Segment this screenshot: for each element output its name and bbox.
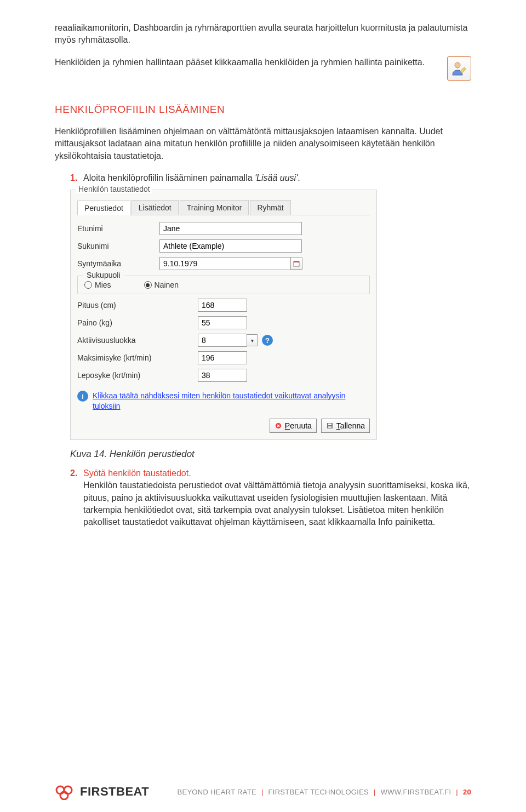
close-icon [275, 422, 282, 430]
step-2-title: Syötä henkilön taustatiedot. [83, 468, 191, 478]
activity-input[interactable] [198, 334, 247, 347]
brand-logo: FIRSTBEAT [55, 784, 149, 800]
tab-lisatiedot[interactable]: Lisätiedot [132, 200, 179, 215]
section-heading: HENKILÖPROFIILIN LISÄÄMINEN [55, 104, 471, 116]
step-number: 1. [70, 172, 83, 184]
brand-text: FIRSTBEAT [80, 785, 149, 799]
firstname-input[interactable] [159, 222, 302, 235]
step-number: 2. [70, 467, 83, 529]
tab-training-monitor[interactable]: Training Monitor [180, 200, 249, 215]
dob-input[interactable] [159, 257, 291, 270]
info-icon: i [77, 391, 88, 402]
radio-female-label: Nainen [155, 281, 179, 289]
save-label: Tallenna [336, 421, 365, 430]
page-number: 20 [463, 788, 471, 796]
tab-ryhmat[interactable]: Ryhmät [250, 200, 290, 215]
figure-caption: Kuva 14. Henkilön perustiedot [70, 449, 471, 460]
footer-url: WWW.FIRSTBEAT.FI [381, 788, 451, 796]
radio-icon [84, 281, 92, 289]
profile-dialog: Henkilön taustatiedot Perustiedot Lisäti… [70, 190, 471, 439]
cancel-button[interactable]: Peruuta [270, 419, 317, 433]
dob-label: Syntymäaika [77, 259, 159, 268]
radio-male-label: Mies [95, 281, 111, 289]
save-icon [326, 422, 334, 430]
weight-label: Paino (kg) [77, 318, 198, 327]
activity-label: Aktiivisuusluokka [77, 336, 198, 345]
maxhr-label: Maksimisyke (krt/min) [77, 353, 198, 362]
svg-point-10 [60, 792, 68, 799]
svg-rect-1 [460, 67, 466, 73]
dialog-legend: Henkilön taustatiedot [76, 185, 152, 193]
intro-p1: reaaliaikamonitorin, Dashboardin ja ryhm… [55, 22, 471, 47]
radio-female[interactable]: Nainen [144, 281, 179, 289]
chevron-down-icon[interactable]: ▾ [247, 334, 258, 346]
step-1: 1. Aloita henkilöprofiilin lisääminen pa… [70, 172, 471, 184]
save-button[interactable]: Tallenna [321, 419, 370, 433]
section-paragraph: Henkilöprofiilien lisääminen ohjelmaan o… [55, 125, 471, 162]
gender-legend: Sukupuoli [83, 271, 124, 279]
heart-icon [55, 784, 76, 800]
dialog-tabs: Perustiedot Lisätiedot Training Monitor … [77, 200, 370, 215]
height-input[interactable] [198, 299, 247, 312]
calendar-icon[interactable] [290, 258, 302, 270]
footer-right: BEYOND HEART RATE | FIRSTBEAT TECHNOLOGI… [177, 788, 471, 796]
lastname-input[interactable] [159, 239, 302, 253]
radio-male[interactable]: Mies [84, 281, 111, 289]
svg-rect-7 [328, 426, 331, 428]
step-2: 2. Syötä henkilön taustatiedot. Henkilön… [70, 467, 471, 529]
cancel-label: Peruuta [285, 421, 312, 430]
step-1-text-c: . [298, 173, 300, 182]
footer-company: FIRSTBEAT TECHNOLOGIES [268, 788, 369, 796]
resthr-input[interactable] [198, 369, 247, 382]
svg-point-0 [455, 62, 460, 68]
page-footer: FIRSTBEAT BEYOND HEART RATE | FIRSTBEAT … [0, 784, 526, 800]
maxhr-input[interactable] [198, 351, 247, 364]
people-management-button[interactable] [447, 56, 471, 81]
svg-rect-3 [294, 261, 299, 262]
resthr-label: Leposyke (krt/min) [77, 371, 198, 380]
step-1-text-a: Aloita henkilöprofiilin lisääminen paina… [83, 173, 255, 182]
firstname-label: Etunimi [77, 224, 159, 233]
footer-tagline: BEYOND HEART RATE [177, 788, 256, 796]
radio-icon [144, 281, 152, 289]
person-edit-icon [451, 60, 467, 77]
svg-rect-6 [328, 424, 331, 425]
info-link[interactable]: Klikkaa täältä nähdäksesi miten henkilön… [93, 391, 370, 410]
tab-perustiedot[interactable]: Perustiedot [77, 201, 130, 215]
intro-p2: Henkilöiden ja ryhmien hallintaan pääset… [55, 56, 471, 68]
gender-fieldset: Sukupuoli Mies Nainen [77, 276, 370, 294]
height-label: Pituus (cm) [77, 301, 198, 310]
weight-input[interactable] [198, 316, 247, 329]
help-icon[interactable]: ? [262, 335, 273, 346]
step-2-body: Henkilön taustatiedoista perustiedot ova… [83, 481, 470, 527]
lastname-label: Sukunimi [77, 242, 159, 250]
step-1-text-italic: 'Lisää uusi' [255, 173, 298, 182]
